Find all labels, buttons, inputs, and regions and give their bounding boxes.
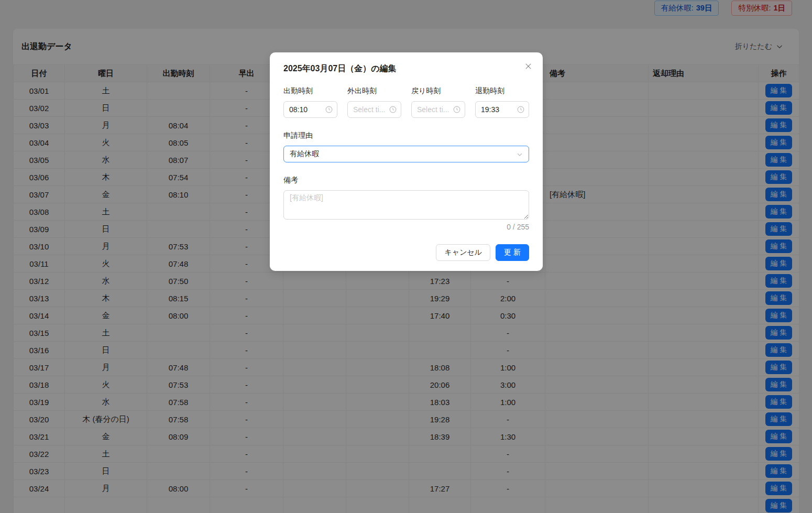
- remarks-textarea[interactable]: [283, 190, 529, 220]
- go-out-label: 外出時刻: [347, 86, 401, 96]
- come-back-time-input[interactable]: [411, 101, 465, 118]
- edit-modal: 2025年03月07日（金）の編集 出勤時刻 外出時刻 戻り時刻: [270, 52, 543, 271]
- clock-in-field: 出勤時刻: [283, 86, 337, 118]
- clock-in-label: 出勤時刻: [283, 86, 337, 96]
- remarks-label: 備考: [283, 176, 529, 185]
- modal-footer: キャンセル 更 新: [283, 244, 529, 261]
- come-back-label: 戻り時刻: [411, 86, 465, 96]
- update-button[interactable]: 更 新: [496, 244, 529, 261]
- reason-select-value: 有給休暇: [290, 149, 319, 159]
- clock-out-label: 退勤時刻: [475, 86, 529, 96]
- go-out-time-input[interactable]: [347, 101, 401, 118]
- reason-select[interactable]: 有給休暇: [283, 146, 529, 162]
- char-counter: 0 / 255: [283, 223, 529, 231]
- go-out-field: 外出時刻: [347, 86, 401, 118]
- chevron-down-icon: [517, 151, 523, 159]
- clock-out-field: 退勤時刻: [475, 86, 529, 118]
- cancel-button[interactable]: キャンセル: [436, 244, 490, 261]
- time-fields-row: 出勤時刻 外出時刻 戻り時刻: [283, 86, 529, 118]
- close-icon[interactable]: [522, 60, 534, 72]
- modal-title: 2025年03月07日（金）の編集: [283, 63, 529, 74]
- clock-in-time-input[interactable]: [283, 101, 337, 118]
- clock-out-time-input[interactable]: [475, 101, 529, 118]
- come-back-field: 戻り時刻: [411, 86, 465, 118]
- reason-label: 申請理由: [283, 131, 529, 140]
